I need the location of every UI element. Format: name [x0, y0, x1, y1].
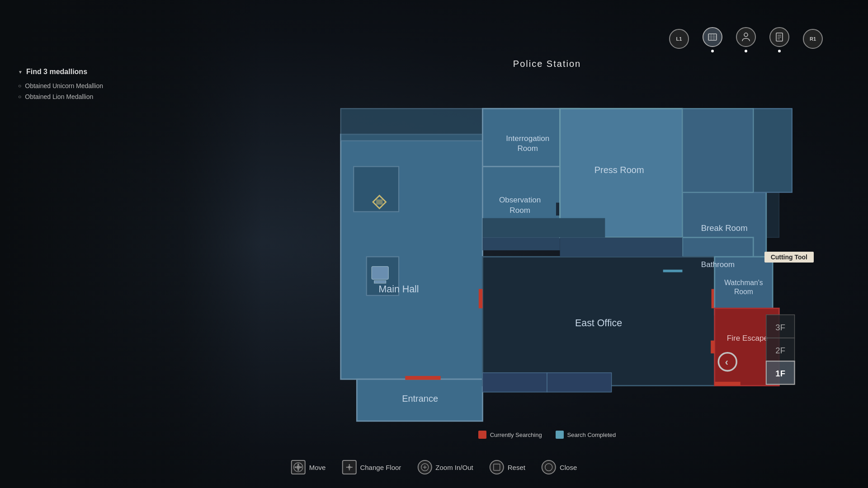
move-label: Move	[309, 464, 326, 471]
svg-rect-49	[494, 464, 500, 470]
files-dot	[778, 50, 781, 52]
move-dpad[interactable]	[291, 460, 306, 474]
completed-label: Search Completed	[567, 432, 616, 438]
files-icon-btn[interactable]	[769, 27, 789, 52]
interrogation-label: Interrogation	[506, 134, 549, 143]
change-floor-control: Change Floor	[342, 460, 401, 474]
map-circle	[703, 27, 722, 47]
svg-rect-23	[711, 341, 715, 354]
watchmans-label: Watchman's	[724, 279, 763, 286]
character-circle	[736, 27, 756, 47]
reset-btn[interactable]	[490, 460, 504, 474]
objectives-panel: Find 3 medallions Obtained Unicorn Medal…	[18, 68, 103, 104]
main-hall-label: Main Hall	[378, 284, 419, 295]
svg-text:Room: Room	[734, 288, 753, 296]
files-circle	[769, 27, 789, 47]
svg-rect-20	[753, 108, 792, 192]
legend-searching: Currently Searching	[478, 431, 542, 439]
map-svg-area[interactable]: ‹ Interrogation Room Observation Room Pr…	[253, 76, 841, 424]
svg-point-37	[297, 464, 299, 465]
svg-rect-11	[372, 267, 388, 280]
r1-button[interactable]: R1	[803, 29, 823, 51]
press-room-label: Press Room	[594, 165, 644, 175]
cutting-tool-tooltip: Cutting Tool	[764, 252, 814, 263]
svg-point-50	[545, 464, 552, 471]
change-floor-btn[interactable]	[342, 460, 356, 474]
svg-point-38	[297, 469, 299, 471]
svg-point-1	[744, 33, 748, 37]
svg-rect-27	[482, 218, 605, 238]
reset-label: Reset	[508, 464, 525, 471]
close-control: Close	[542, 460, 577, 474]
svg-rect-10	[376, 199, 382, 204]
floor-1f-text: 1F	[775, 369, 785, 378]
zoom-control: Zoom In/Out	[417, 460, 473, 474]
character-dot	[745, 50, 747, 52]
files-icon	[775, 32, 784, 42]
move-control: Move	[291, 460, 326, 474]
svg-rect-14	[341, 108, 483, 141]
change-floor-label: Change Floor	[360, 464, 401, 471]
objective-item-1: Obtained Unicorn Medallion	[18, 82, 103, 89]
svg-rect-30	[663, 270, 683, 272]
svg-rect-12	[374, 281, 386, 283]
reset-control: Reset	[490, 460, 525, 474]
legend-completed: Search Completed	[556, 431, 616, 439]
east-office-label: East Office	[575, 318, 622, 328]
objectives-title: Find 3 medallions	[18, 68, 103, 76]
character-icon-btn[interactable]	[736, 27, 756, 52]
objective-item-2: Obtained Lion Medallion	[18, 93, 103, 100]
bathroom-label: Bathroom	[701, 260, 735, 269]
svg-point-39	[295, 466, 297, 468]
hud-top-bar: L1	[669, 27, 823, 52]
svg-rect-0	[708, 34, 717, 40]
map-icon	[708, 32, 717, 42]
map-svg: ‹ Interrogation Room Observation Room Pr…	[253, 76, 841, 424]
map-title: Police Station	[253, 59, 841, 69]
zoom-label: Zoom In/Out	[435, 464, 473, 471]
completed-swatch	[556, 431, 564, 439]
map-container: Police Station	[253, 59, 841, 443]
searching-label: Currently Searching	[490, 432, 542, 438]
floor-2f-text: 2F	[775, 346, 785, 355]
svg-rect-28	[482, 373, 547, 392]
zoom-btn[interactable]	[417, 460, 432, 474]
searching-swatch	[478, 431, 486, 439]
svg-point-41	[348, 466, 350, 469]
map-legend: Currently Searching Search Completed	[253, 431, 841, 439]
break-room-label: Break Room	[701, 223, 748, 233]
svg-rect-24	[715, 382, 741, 386]
floor-3f-text: 3F	[775, 323, 785, 332]
entrance-label: Entrance	[402, 394, 438, 404]
l1-indicator: L1	[669, 29, 689, 49]
map-icon-btn[interactable]	[703, 27, 722, 52]
svg-text:Room: Room	[517, 144, 538, 153]
svg-rect-29	[547, 373, 612, 392]
svg-text:Room: Room	[509, 206, 530, 215]
r1-indicator: R1	[803, 29, 823, 49]
close-label: Close	[560, 464, 577, 471]
svg-rect-26	[560, 237, 683, 257]
svg-rect-18	[482, 237, 560, 250]
svg-rect-21	[479, 289, 483, 309]
character-icon	[741, 32, 750, 42]
svg-rect-25	[682, 108, 753, 192]
close-btn[interactable]	[542, 460, 556, 474]
svg-text:‹: ‹	[725, 356, 729, 368]
observation-label: Observation	[499, 196, 541, 204]
bottom-controls: Move Change Floor Zoom In/Out	[291, 460, 577, 474]
fire-escape-label: Fire Escape	[727, 334, 768, 343]
map-dot	[711, 50, 714, 52]
svg-point-36	[297, 465, 300, 469]
l1-button[interactable]: L1	[669, 29, 689, 51]
svg-rect-15	[405, 376, 440, 380]
svg-point-40	[300, 466, 302, 468]
